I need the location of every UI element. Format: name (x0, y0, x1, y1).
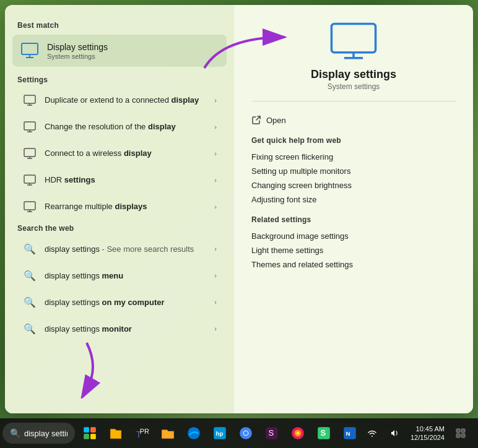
monitor-icon-2 (22, 119, 37, 134)
chevron-icon-5: › (214, 203, 217, 210)
taskbar-network-icon[interactable]: N (337, 421, 362, 446)
display-settings-large-icon (329, 20, 378, 63)
svg-rect-24 (90, 427, 96, 433)
taskbar-green-s-icon[interactable]: S (311, 421, 336, 446)
search-popup: Best match Display settings System setti… (5, 5, 473, 413)
app-subtitle: System settings (328, 82, 380, 91)
web-item-text-1: display settings - See more search resul… (45, 244, 207, 254)
taskbar-search-icon: 🔍 (10, 428, 20, 438)
help-link-1[interactable]: Fixing screen flickering (251, 150, 456, 164)
best-match-item[interactable]: Display settings System settings (12, 35, 227, 67)
settings-item-resolution[interactable]: Change the resolution of the display › (10, 114, 229, 140)
monitor-icon-1 (22, 93, 37, 108)
web-search-label: Search the web (5, 220, 234, 235)
svg-rect-16 (24, 202, 35, 210)
taskbar-teams-icon[interactable]: T PRE (129, 421, 154, 446)
chevron-icon-3: › (214, 150, 217, 157)
taskbar-color-icon[interactable] (285, 421, 310, 446)
settings-item-text-2: Change the resolution of the display (45, 122, 207, 132)
svg-rect-1 (22, 43, 38, 54)
monitor-icon-5 (22, 199, 37, 214)
web-chevron-4: › (214, 325, 217, 332)
taskbar-slack-icon[interactable]: S (259, 421, 284, 446)
web-item-4[interactable]: 🔍 display settings monitor › (10, 316, 229, 342)
settings-item-text-5: Rearrange multiple displays (45, 202, 207, 212)
settings-item-wireless[interactable]: Connect to a wireless display › (10, 140, 229, 166)
taskbar-hp-icon[interactable]: hp (207, 421, 232, 446)
web-item-1[interactable]: 🔍 display settings - See more search res… (10, 236, 229, 262)
svg-rect-19 (331, 24, 375, 53)
tray-notification-icon[interactable] (451, 423, 471, 443)
quick-help-title: Get quick help from web (251, 136, 456, 145)
svg-point-34 (244, 431, 248, 436)
settings-item-text-4: HDR settings (45, 175, 207, 186)
svg-text:PRE: PRE (140, 428, 149, 435)
svg-rect-13 (24, 175, 35, 183)
left-panel: Best match Display settings System setti… (5, 5, 234, 413)
svg-text:hp: hp (215, 430, 223, 437)
best-match-subtitle: System settings (47, 53, 108, 60)
settings-item-rearrange[interactable]: Rearrange multiple displays › (10, 194, 229, 220)
web-item-text-2: display settings menu (45, 271, 207, 280)
related-link-1[interactable]: Background image settings (251, 229, 456, 243)
svg-rect-26 (90, 434, 96, 439)
svg-text:S: S (268, 428, 274, 437)
settings-item-text-1: Duplicate or extend to a connected displ… (45, 95, 207, 106)
web-item-text-4: display settings monitor (45, 324, 207, 334)
system-tray: 10:45 AM 12/15/2024 (362, 423, 476, 443)
taskbar-file-explorer-icon[interactable] (103, 421, 128, 446)
search-icon-1: 🔍 (22, 241, 37, 256)
svg-rect-10 (24, 149, 35, 157)
svg-rect-47 (456, 434, 460, 437)
tray-volume-icon[interactable] (385, 423, 404, 443)
web-chevron-3: › (214, 298, 217, 306)
app-title: Display settings (311, 68, 396, 81)
web-item-3[interactable]: 🔍 display settings on my computer › (10, 289, 229, 315)
svg-point-44 (372, 436, 373, 437)
taskbar-search-input[interactable] (24, 429, 67, 438)
help-link-4[interactable]: Adjusting font size (251, 192, 456, 207)
monitor-icon-3 (22, 146, 37, 161)
settings-item-text-3: Connect to a wireless display (45, 149, 207, 159)
open-button[interactable]: Open (251, 111, 456, 129)
chevron-icon-4: › (214, 176, 217, 184)
help-link-2[interactable]: Setting up multiple monitors (251, 164, 456, 178)
chevron-icon-1: › (214, 97, 217, 104)
taskbar-widgets-icon[interactable] (77, 421, 102, 446)
open-label: Open (266, 116, 286, 125)
svg-rect-23 (84, 427, 89, 433)
taskbar-clock[interactable]: 10:45 AM 12/15/2024 (407, 424, 448, 442)
monitor-icon-4 (22, 173, 37, 187)
svg-rect-25 (84, 434, 89, 439)
taskbar-icons-group: T PRE hp (77, 421, 362, 446)
clock-date: 12/15/2024 (411, 433, 445, 442)
web-chevron-2: › (214, 272, 217, 279)
tray-wifi-icon[interactable] (362, 423, 382, 443)
chevron-icon-2: › (214, 123, 217, 131)
web-item-2[interactable]: 🔍 display settings menu › (10, 262, 229, 288)
related-link-3[interactable]: Themes and related settings (251, 257, 456, 272)
related-link-2[interactable]: Light theme settings (251, 243, 456, 257)
help-link-3[interactable]: Changing screen brightness (251, 178, 456, 192)
taskbar-search-bar[interactable]: 🔍 (2, 423, 75, 444)
best-match-label: Best match (5, 17, 234, 32)
taskbar: 🔍 T PRE (0, 418, 478, 448)
svg-text:S: S (320, 428, 326, 437)
right-panel: Display settings System settings Open Ge… (234, 5, 473, 413)
settings-item-hdr[interactable]: HDR settings › (10, 167, 229, 193)
svg-text:N: N (345, 430, 350, 437)
best-match-title: Display settings (47, 42, 108, 52)
search-icon-4: 🔍 (22, 321, 37, 336)
svg-rect-46 (461, 429, 465, 433)
svg-rect-4 (24, 95, 35, 103)
search-icon-3: 🔍 (22, 295, 37, 309)
taskbar-edge-icon[interactable] (181, 421, 206, 446)
settings-item-duplicate[interactable]: Duplicate or extend to a connected displ… (10, 87, 229, 113)
web-item-text-3: display settings on my computer (45, 298, 207, 307)
taskbar-folder-icon[interactable] (155, 421, 180, 446)
open-external-icon (251, 115, 261, 125)
settings-label: Settings (5, 72, 234, 87)
taskbar-chrome-icon[interactable] (233, 421, 258, 446)
related-title: Related settings (251, 215, 456, 224)
display-settings-icon (20, 41, 40, 61)
